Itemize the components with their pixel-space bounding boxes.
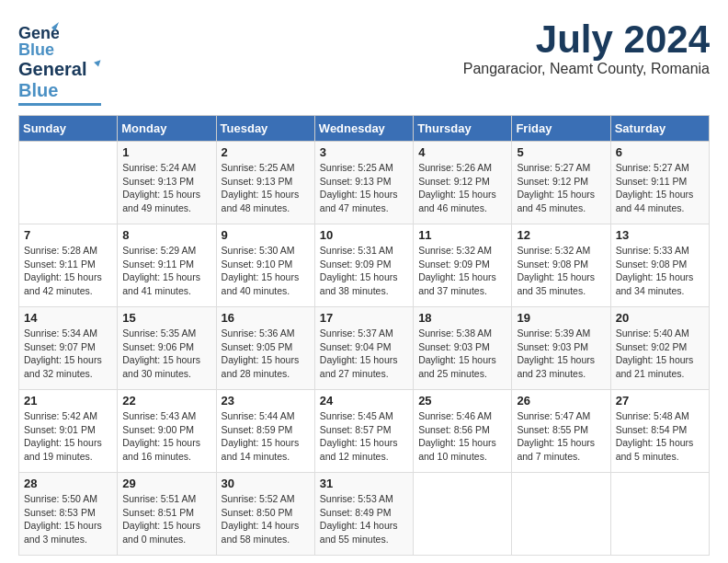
day-number: 19 — [517, 311, 605, 325]
day-number: 9 — [222, 228, 310, 242]
calendar-cell: 7Sunrise: 5:28 AM Sunset: 9:11 PM Daylig… — [19, 224, 118, 307]
weekday-header-friday: Friday — [512, 116, 610, 142]
logo-bird-icon — [88, 56, 101, 76]
day-info: Sunrise: 5:48 AM Sunset: 8:54 PM Dayligh… — [616, 409, 704, 464]
month-title: July 2024 — [463, 18, 710, 61]
day-info: Sunrise: 5:35 AM Sunset: 9:06 PM Dayligh… — [122, 327, 210, 381]
calendar-cell: 29Sunrise: 5:51 AM Sunset: 8:51 PM Dayli… — [118, 473, 216, 556]
day-number: 24 — [320, 394, 408, 408]
weekday-header-monday: Monday — [118, 116, 216, 142]
day-info: Sunrise: 5:53 AM Sunset: 8:49 PM Dayligh… — [320, 492, 408, 546]
calendar-cell: 28Sunrise: 5:50 AM Sunset: 8:53 PM Dayli… — [19, 473, 118, 556]
day-info: Sunrise: 5:52 AM Sunset: 8:50 PM Dayligh… — [222, 492, 310, 546]
day-number: 17 — [320, 311, 408, 325]
day-info: Sunrise: 5:31 AM Sunset: 9:09 PM Dayligh… — [320, 244, 408, 298]
calendar-cell: 30Sunrise: 5:52 AM Sunset: 8:50 PM Dayli… — [216, 473, 314, 556]
calendar-cell: 31Sunrise: 5:53 AM Sunset: 8:49 PM Dayli… — [314, 473, 413, 556]
calendar-cell: 24Sunrise: 5:45 AM Sunset: 8:57 PM Dayli… — [314, 390, 413, 473]
day-info: Sunrise: 5:27 AM Sunset: 9:11 PM Dayligh… — [616, 161, 704, 215]
calendar-cell: 2Sunrise: 5:25 AM Sunset: 9:13 PM Daylig… — [216, 142, 314, 224]
weekday-header-row: SundayMondayTuesdayWednesdayThursdayFrid… — [19, 116, 710, 142]
day-info: Sunrise: 5:29 AM Sunset: 9:11 PM Dayligh… — [122, 244, 210, 298]
calendar-cell: 20Sunrise: 5:40 AM Sunset: 9:02 PM Dayli… — [610, 307, 709, 390]
location-title: Pangaracior, Neamt County, Romania — [463, 61, 710, 77]
calendar-week-row: 21Sunrise: 5:42 AM Sunset: 9:01 PM Dayli… — [19, 390, 710, 473]
logo-underline — [18, 103, 101, 106]
logo: General Blue General Blue — [18, 18, 101, 106]
calendar-cell: 1Sunrise: 5:24 AM Sunset: 9:13 PM Daylig… — [118, 142, 216, 224]
day-number: 20 — [616, 311, 704, 325]
calendar-week-row: 7Sunrise: 5:28 AM Sunset: 9:11 PM Daylig… — [19, 224, 710, 307]
day-number: 2 — [222, 145, 310, 159]
calendar-cell: 15Sunrise: 5:35 AM Sunset: 9:06 PM Dayli… — [118, 307, 216, 390]
day-number: 14 — [24, 311, 112, 325]
day-info: Sunrise: 5:40 AM Sunset: 9:02 PM Dayligh… — [616, 327, 704, 381]
calendar-cell: 4Sunrise: 5:26 AM Sunset: 9:12 PM Daylig… — [414, 142, 512, 224]
day-number: 16 — [222, 311, 310, 325]
day-info: Sunrise: 5:32 AM Sunset: 9:08 PM Dayligh… — [517, 244, 605, 298]
day-number: 23 — [222, 394, 310, 408]
day-number: 31 — [320, 477, 408, 490]
day-info: Sunrise: 5:24 AM Sunset: 9:13 PM Dayligh… — [122, 161, 210, 215]
weekday-header-sunday: Sunday — [19, 116, 118, 142]
weekday-header-tuesday: Tuesday — [216, 116, 314, 142]
day-number: 5 — [517, 145, 605, 159]
calendar-cell: 17Sunrise: 5:37 AM Sunset: 9:04 PM Dayli… — [314, 307, 413, 390]
day-info: Sunrise: 5:25 AM Sunset: 9:13 PM Dayligh… — [320, 161, 408, 215]
day-number: 15 — [122, 311, 210, 325]
day-info: Sunrise: 5:27 AM Sunset: 9:12 PM Dayligh… — [517, 161, 605, 215]
day-number: 4 — [418, 145, 506, 159]
calendar-cell: 12Sunrise: 5:32 AM Sunset: 9:08 PM Dayli… — [512, 224, 610, 307]
calendar-cell: 22Sunrise: 5:43 AM Sunset: 9:00 PM Dayli… — [118, 390, 216, 473]
calendar-cell — [19, 142, 118, 224]
calendar-cell: 21Sunrise: 5:42 AM Sunset: 9:01 PM Dayli… — [19, 390, 118, 473]
calendar-cell: 3Sunrise: 5:25 AM Sunset: 9:13 PM Daylig… — [314, 142, 413, 224]
calendar-cell — [414, 473, 512, 556]
day-number: 6 — [616, 145, 704, 159]
day-number: 21 — [24, 394, 112, 408]
calendar-week-row: 1Sunrise: 5:24 AM Sunset: 9:13 PM Daylig… — [19, 142, 710, 224]
svg-marker-3 — [95, 60, 101, 66]
day-number: 1 — [122, 145, 210, 159]
day-info: Sunrise: 5:28 AM Sunset: 9:11 PM Dayligh… — [24, 244, 112, 298]
calendar-cell: 16Sunrise: 5:36 AM Sunset: 9:05 PM Dayli… — [216, 307, 314, 390]
calendar-cell: 10Sunrise: 5:31 AM Sunset: 9:09 PM Dayli… — [314, 224, 413, 307]
day-info: Sunrise: 5:25 AM Sunset: 9:13 PM Dayligh… — [222, 161, 310, 215]
calendar-cell: 8Sunrise: 5:29 AM Sunset: 9:11 PM Daylig… — [118, 224, 216, 307]
weekday-header-saturday: Saturday — [610, 116, 709, 142]
day-number: 3 — [320, 145, 408, 159]
day-number: 18 — [418, 311, 506, 325]
day-number: 10 — [320, 228, 408, 242]
day-info: Sunrise: 5:39 AM Sunset: 9:03 PM Dayligh… — [517, 327, 605, 381]
day-number: 25 — [418, 394, 506, 408]
day-info: Sunrise: 5:42 AM Sunset: 9:01 PM Dayligh… — [24, 409, 112, 464]
calendar-cell: 14Sunrise: 5:34 AM Sunset: 9:07 PM Dayli… — [19, 307, 118, 390]
calendar-cell: 23Sunrise: 5:44 AM Sunset: 8:59 PM Dayli… — [216, 390, 314, 473]
day-number: 8 — [122, 228, 210, 242]
day-info: Sunrise: 5:51 AM Sunset: 8:51 PM Dayligh… — [122, 492, 210, 546]
day-info: Sunrise: 5:37 AM Sunset: 9:04 PM Dayligh… — [320, 327, 408, 381]
calendar-cell: 18Sunrise: 5:38 AM Sunset: 9:03 PM Dayli… — [414, 307, 512, 390]
calendar-cell: 13Sunrise: 5:33 AM Sunset: 9:08 PM Dayli… — [610, 224, 709, 307]
day-info: Sunrise: 5:50 AM Sunset: 8:53 PM Dayligh… — [24, 492, 112, 546]
weekday-header-wednesday: Wednesday — [314, 116, 413, 142]
day-number: 12 — [517, 228, 605, 242]
logo-blue: Blue — [18, 80, 58, 101]
calendar-table: SundayMondayTuesdayWednesdayThursdayFrid… — [18, 115, 710, 556]
day-number: 7 — [24, 228, 112, 242]
calendar-cell: 19Sunrise: 5:39 AM Sunset: 9:03 PM Dayli… — [512, 307, 610, 390]
weekday-header-thursday: Thursday — [414, 116, 512, 142]
day-info: Sunrise: 5:34 AM Sunset: 9:07 PM Dayligh… — [24, 327, 112, 381]
day-info: Sunrise: 5:47 AM Sunset: 8:55 PM Dayligh… — [517, 409, 605, 464]
day-info: Sunrise: 5:45 AM Sunset: 8:57 PM Dayligh… — [320, 409, 408, 464]
calendar-cell: 26Sunrise: 5:47 AM Sunset: 8:55 PM Dayli… — [512, 390, 610, 473]
day-number: 26 — [517, 394, 605, 408]
calendar-cell: 27Sunrise: 5:48 AM Sunset: 8:54 PM Dayli… — [610, 390, 709, 473]
calendar-week-row: 14Sunrise: 5:34 AM Sunset: 9:07 PM Dayli… — [19, 307, 710, 390]
day-info: Sunrise: 5:36 AM Sunset: 9:05 PM Dayligh… — [222, 327, 310, 381]
day-number: 27 — [616, 394, 704, 408]
day-number: 29 — [122, 477, 210, 490]
day-info: Sunrise: 5:38 AM Sunset: 9:03 PM Dayligh… — [418, 327, 506, 381]
day-number: 22 — [122, 394, 210, 408]
logo-general: General — [18, 59, 86, 80]
